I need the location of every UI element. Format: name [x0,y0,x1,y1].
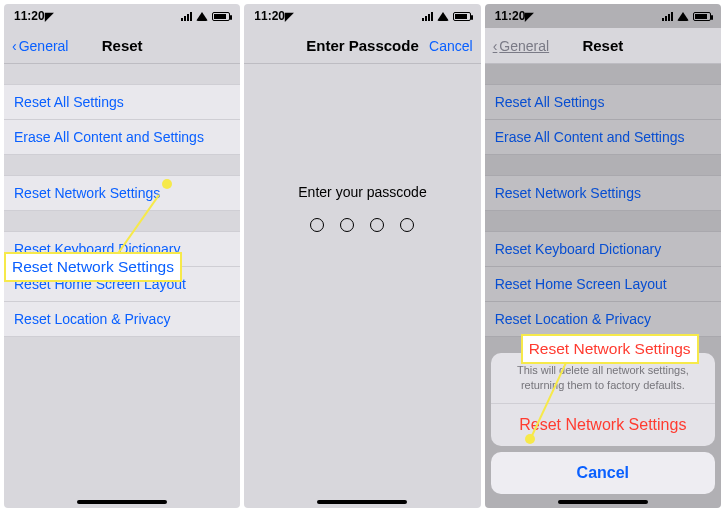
passcode-dot [340,218,354,232]
location-arrow-icon: ◤ [45,10,53,23]
wifi-icon [437,12,449,21]
passcode-dots[interactable] [310,218,414,232]
signal-icon [181,11,192,21]
home-indicator[interactable] [558,500,648,504]
action-sheet-cancel[interactable]: Cancel [491,452,715,494]
nav-bar: ‹ General Reset [4,28,240,64]
status-time: 11:20 [254,9,285,23]
chevron-left-icon: ‹ [493,38,498,54]
cancel-button[interactable]: Cancel [419,38,473,54]
passcode-dot [400,218,414,232]
status-icons [181,11,230,21]
row-reset-home-screen-layout: Reset Home Screen Layout [485,267,721,302]
back-button[interactable]: ‹ General [12,38,102,54]
screen-1-reset: 11:20 ◤ ‹ General Reset Reset All Settin… [4,4,240,508]
wifi-icon [677,12,689,21]
row-erase-all-content: Erase All Content and Settings [485,120,721,155]
row-reset-all-settings: Reset All Settings [485,84,721,120]
nav-bar: Enter Passcode Cancel [244,28,480,64]
signal-icon [422,11,433,21]
battery-icon [693,12,711,21]
back-label: General [499,38,549,54]
nav-bar: ‹ General Reset [485,28,721,64]
row-reset-location-privacy: Reset Location & Privacy [485,302,721,337]
home-indicator[interactable] [77,500,167,504]
row-reset-location-privacy[interactable]: Reset Location & Privacy [4,302,240,337]
row-erase-all-content[interactable]: Erase All Content and Settings [4,120,240,155]
row-reset-network-settings: Reset Network Settings [485,175,721,211]
location-arrow-icon: ◤ [525,10,533,23]
status-icons [662,11,711,21]
passcode-prompt: Enter your passcode [298,184,426,200]
chevron-left-icon: ‹ [12,38,17,54]
content: Enter your passcode [244,64,480,508]
home-indicator[interactable] [317,500,407,504]
row-reset-all-settings[interactable]: Reset All Settings [4,84,240,120]
content: Reset All Settings Erase All Content and… [4,64,240,508]
screen-2-passcode: 11:20 ◤ Enter Passcode Cancel Enter your… [244,4,480,508]
action-sheet-card: This will delete all network settings, r… [491,353,715,446]
row-reset-network-settings[interactable]: Reset Network Settings [4,175,240,211]
battery-icon [212,12,230,21]
status-time: 11:20 [14,9,45,23]
status-time: 11:20 [495,9,526,23]
back-label: General [19,38,69,54]
page-title: Reset [582,37,623,54]
status-bar: 11:20 ◤ [485,4,721,28]
page-title: Reset [102,37,143,54]
annotation-callout: Reset Network Settings [521,334,699,364]
annotation-callout: Reset Network Settings [4,252,182,282]
annotation-dot [162,179,172,189]
content: Reset All Settings Erase All Content and… [485,64,721,508]
wifi-icon [196,12,208,21]
signal-icon [662,11,673,21]
location-arrow-icon: ◤ [285,10,293,23]
passcode-area: Enter your passcode [244,184,480,232]
battery-icon [453,12,471,21]
passcode-dot [370,218,384,232]
status-bar: 11:20 ◤ [244,4,480,28]
row-reset-keyboard-dictionary: Reset Keyboard Dictionary [485,231,721,267]
screen-3-action-sheet: 11:20 ◤ ‹ General Reset Reset All Settin… [485,4,721,508]
passcode-dot [310,218,324,232]
back-button: ‹ General [493,38,583,54]
page-title: Enter Passcode [306,37,419,54]
action-sheet: This will delete all network settings, r… [491,353,715,494]
status-bar: 11:20 ◤ [4,4,240,28]
status-icons [422,11,471,21]
